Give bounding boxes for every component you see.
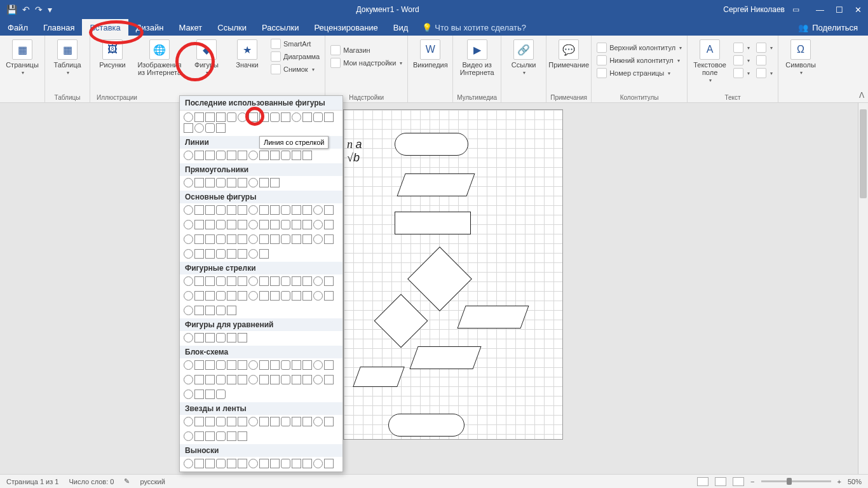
shape-item[interactable] bbox=[292, 220, 301, 229]
tell-me-search[interactable]: 💡 Что вы хотите сделать? bbox=[416, 19, 532, 36]
shape-item[interactable] bbox=[184, 151, 193, 160]
shape-item[interactable] bbox=[259, 178, 269, 187]
shape-item[interactable] bbox=[205, 205, 215, 215]
shape-item[interactable] bbox=[227, 151, 236, 160]
shape-item[interactable] bbox=[227, 220, 236, 229]
shape-item[interactable] bbox=[302, 276, 312, 286]
tab-review[interactable]: Рецензирование bbox=[306, 19, 385, 36]
symbols-button[interactable]: Ω Символы bbox=[782, 38, 819, 77]
shape-item[interactable] bbox=[248, 220, 258, 229]
status-page[interactable]: Страница 1 из 1 bbox=[6, 478, 58, 485]
object-button[interactable] bbox=[755, 67, 774, 79]
shape-item[interactable] bbox=[205, 249, 215, 259]
tab-mailings[interactable]: Рассылки bbox=[254, 19, 306, 36]
flow-parallelogram-3[interactable] bbox=[409, 346, 481, 369]
shape-item[interactable] bbox=[184, 112, 193, 122]
shape-item[interactable] bbox=[194, 360, 204, 370]
shape-item[interactable] bbox=[248, 417, 258, 426]
status-wordcount[interactable]: Число слов: 0 bbox=[69, 478, 114, 485]
shape-item[interactable] bbox=[238, 112, 247, 122]
shape-item[interactable] bbox=[302, 112, 312, 122]
shape-item[interactable] bbox=[313, 360, 323, 370]
qat-customize-icon[interactable]: ▾ bbox=[48, 4, 52, 15]
shape-item[interactable] bbox=[184, 123, 193, 133]
tab-view[interactable]: Вид bbox=[386, 19, 416, 36]
shape-item[interactable] bbox=[194, 417, 204, 426]
minimize-button[interactable]: — bbox=[816, 5, 824, 15]
shape-item[interactable] bbox=[281, 276, 290, 286]
shape-item[interactable] bbox=[216, 459, 226, 468]
shapes-gallery-dropdown[interactable]: Последние использованные фигуры ЛинииПря… bbox=[179, 95, 343, 472]
shape-item[interactable] bbox=[259, 234, 269, 244]
shape-item[interactable] bbox=[281, 360, 290, 370]
shape-item[interactable] bbox=[194, 178, 204, 187]
shape-item[interactable] bbox=[270, 205, 280, 215]
shape-item[interactable] bbox=[270, 234, 280, 244]
textbox-button[interactable]: A Текстовоеполе bbox=[691, 38, 728, 85]
shape-item[interactable] bbox=[270, 360, 280, 370]
shape-item[interactable] bbox=[205, 178, 215, 187]
table-button[interactable]: ▦ Таблица bbox=[49, 38, 86, 77]
shape-item[interactable] bbox=[205, 333, 215, 342]
shape-item[interactable] bbox=[184, 234, 193, 244]
flow-terminator-2[interactable] bbox=[388, 414, 465, 437]
shape-item[interactable] bbox=[292, 205, 301, 215]
shape-item[interactable] bbox=[324, 234, 334, 244]
comment-button[interactable]: 💬 Примечание bbox=[550, 38, 587, 70]
shape-item[interactable] bbox=[281, 417, 290, 426]
shape-item[interactable] bbox=[184, 390, 193, 399]
shape-item[interactable] bbox=[194, 249, 204, 259]
shape-item[interactable] bbox=[292, 112, 301, 122]
status-proofing-icon[interactable]: ✎ bbox=[124, 477, 130, 485]
shape-item[interactable] bbox=[194, 234, 204, 244]
shape-item[interactable] bbox=[238, 178, 247, 187]
shape-item[interactable] bbox=[313, 205, 323, 215]
shape-item[interactable] bbox=[205, 234, 215, 244]
shape-item[interactable] bbox=[227, 333, 236, 342]
tab-file[interactable]: Файл bbox=[0, 19, 36, 36]
shape-item[interactable] bbox=[270, 220, 280, 229]
shape-item[interactable] bbox=[205, 151, 215, 160]
shape-item[interactable] bbox=[238, 151, 247, 160]
shape-item[interactable] bbox=[184, 249, 193, 259]
shape-item[interactable] bbox=[324, 112, 334, 122]
shape-item[interactable] bbox=[227, 205, 236, 215]
shape-item[interactable] bbox=[270, 459, 280, 468]
shape-item[interactable] bbox=[324, 375, 334, 384]
zoom-slider[interactable] bbox=[761, 480, 831, 482]
shape-item[interactable] bbox=[302, 291, 312, 301]
shape-item[interactable] bbox=[205, 123, 215, 133]
shape-item[interactable] bbox=[216, 151, 226, 160]
flow-parallelogram-2[interactable] bbox=[457, 306, 529, 329]
shapes-button[interactable]: ◆ Фигуры bbox=[188, 38, 225, 77]
shape-item[interactable] bbox=[205, 220, 215, 229]
shape-item[interactable] bbox=[227, 249, 236, 259]
shape-item[interactable] bbox=[227, 112, 236, 122]
shape-item[interactable] bbox=[324, 360, 334, 370]
shape-item[interactable] bbox=[216, 220, 226, 229]
shape-item[interactable] bbox=[238, 459, 247, 468]
shape-item[interactable] bbox=[313, 234, 323, 244]
flow-terminator-1[interactable] bbox=[395, 133, 468, 156]
shape-item[interactable] bbox=[216, 291, 226, 301]
my-addins-button[interactable]: Мои надстройки bbox=[329, 57, 403, 69]
shape-item[interactable] bbox=[184, 459, 193, 468]
shape-item[interactable] bbox=[205, 360, 215, 370]
shape-item[interactable] bbox=[281, 291, 290, 301]
shape-item[interactable] bbox=[292, 360, 301, 370]
pages-button[interactable]: ▦ Страницы bbox=[4, 38, 41, 77]
shape-item[interactable] bbox=[248, 360, 258, 370]
shape-item[interactable] bbox=[216, 123, 226, 133]
shape-item[interactable] bbox=[227, 375, 236, 384]
shape-item[interactable] bbox=[281, 375, 290, 384]
scrollbar-thumb[interactable] bbox=[860, 109, 867, 198]
shape-item[interactable] bbox=[292, 151, 301, 160]
shape-item[interactable] bbox=[194, 390, 204, 399]
shape-item[interactable] bbox=[248, 234, 258, 244]
zoom-out-button[interactable]: − bbox=[750, 478, 754, 485]
shape-item[interactable] bbox=[313, 375, 323, 384]
shape-item[interactable] bbox=[238, 249, 247, 259]
tab-refs[interactable]: Ссылки bbox=[210, 19, 254, 36]
maximize-button[interactable]: ☐ bbox=[836, 5, 843, 15]
pictures-button[interactable]: 🖼 Рисунки bbox=[94, 38, 131, 70]
